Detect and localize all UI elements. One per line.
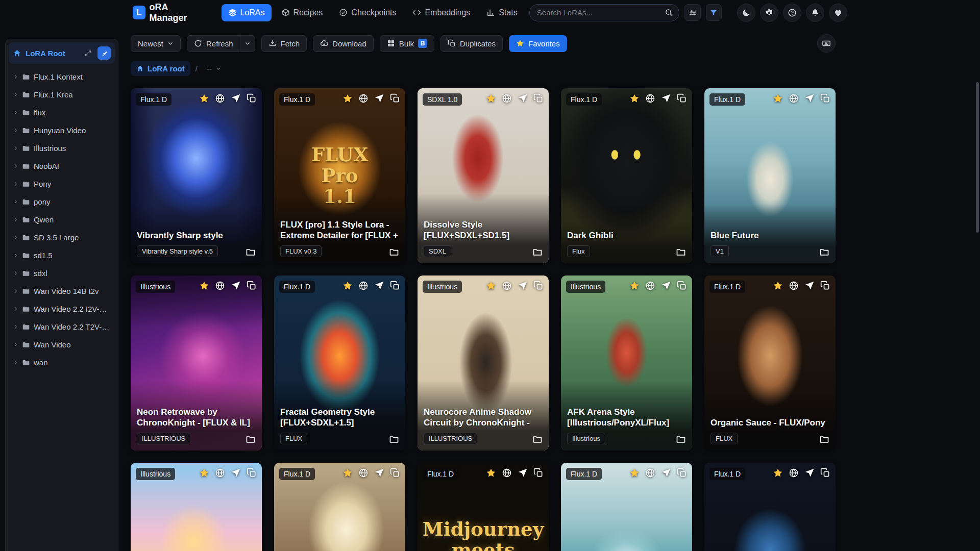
duplicates-button[interactable]: Duplicates	[440, 35, 503, 52]
theme-toggle-button[interactable]	[737, 4, 755, 22]
folder-icon[interactable]	[532, 434, 543, 444]
sidebar-folder-item[interactable]: SD 3.5 Large	[9, 229, 115, 246]
sidebar-folder-item[interactable]: Pony	[9, 175, 115, 193]
favorite-star-icon[interactable]	[773, 281, 783, 291]
filter-button[interactable]	[706, 4, 722, 21]
refresh-menu-button[interactable]	[240, 35, 255, 52]
send-icon[interactable]	[374, 281, 384, 291]
sidebar-folder-item[interactable]: wan	[9, 354, 115, 371]
chevron-right-icon[interactable]	[13, 74, 18, 80]
chevron-right-icon[interactable]	[13, 217, 18, 222]
chevron-right-icon[interactable]	[13, 92, 18, 97]
copy-icon[interactable]	[390, 281, 400, 291]
settings-button[interactable]	[760, 4, 778, 22]
sidebar-folder-item[interactable]: sd1.5	[9, 246, 115, 264]
nav-tab-embeddings[interactable]: Embeddings	[406, 4, 477, 21]
chevron-right-icon[interactable]	[13, 324, 18, 330]
send-icon[interactable]	[231, 468, 241, 478]
lora-root-header[interactable]: LoRA Root	[9, 42, 115, 64]
page-scrollbar[interactable]	[975, 25, 980, 551]
lora-card[interactable]: Flux.1 D Blue Future V1	[704, 88, 836, 263]
globe-icon[interactable]	[789, 281, 799, 291]
copy-icon[interactable]	[533, 468, 544, 478]
folder-icon[interactable]	[676, 434, 686, 444]
nav-tab-stats[interactable]: Stats	[480, 4, 524, 21]
lora-card[interactable]: Illustrious Neon Retrowave by ChronoKnig…	[131, 276, 262, 450]
chevron-right-icon[interactable]	[13, 270, 18, 276]
sidebar-folder-item[interactable]: Hunyuan Video	[9, 121, 115, 139]
folder-icon[interactable]	[389, 247, 399, 257]
copy-icon[interactable]	[247, 468, 257, 478]
folder-icon[interactable]	[819, 434, 829, 444]
globe-icon[interactable]	[502, 468, 512, 478]
folder-icon[interactable]	[389, 434, 399, 444]
chevron-right-icon[interactable]	[13, 199, 18, 205]
send-icon[interactable]	[661, 468, 671, 478]
folder-icon[interactable]	[532, 247, 543, 257]
favorite-star-icon[interactable]	[342, 93, 353, 104]
lora-card[interactable]: Flux.1 D Organic Sauce - FLUX/Pony FLUX	[704, 276, 836, 450]
lora-card[interactable]: Flux.1 D	[704, 463, 836, 551]
globe-icon[interactable]	[789, 468, 799, 478]
copy-icon[interactable]	[247, 281, 257, 291]
lora-card[interactable]: Flux.1 D Fractal Geometry Style [FLUX+SD…	[274, 276, 405, 450]
scrollbar-thumb[interactable]	[976, 82, 979, 233]
chevron-right-icon[interactable]	[13, 342, 18, 347]
sidebar-folder-item[interactable]: Wan Video 2.2 I2V-A14B	[9, 300, 115, 318]
favorite-star-icon[interactable]	[629, 468, 640, 478]
folder-icon[interactable]	[676, 247, 686, 257]
nav-tab-recipes[interactable]: Recipes	[275, 4, 330, 21]
favorite-star-icon[interactable]	[629, 281, 640, 291]
folder-icon[interactable]	[246, 247, 256, 257]
send-icon[interactable]	[804, 468, 815, 478]
favorites-heart-button[interactable]	[829, 4, 847, 22]
sidebar-folder-item[interactable]: flux	[9, 104, 115, 121]
send-icon[interactable]	[374, 468, 384, 478]
help-button[interactable]	[783, 4, 801, 22]
favorite-star-icon[interactable]	[342, 281, 353, 291]
globe-icon[interactable]	[215, 281, 225, 291]
send-icon[interactable]	[518, 468, 528, 478]
send-icon[interactable]	[518, 281, 528, 291]
globe-icon[interactable]	[789, 93, 799, 104]
lora-card[interactable]: FLUX Pro 1.1 Flux.1 D FLUX [pro] 1.1 Sty…	[274, 88, 405, 263]
search-input[interactable]	[529, 4, 679, 21]
lora-card[interactable]: SDXL 1.0 Dissolve Style [FLUX+SDXL+SD1.5…	[418, 88, 549, 263]
chevron-right-icon[interactable]	[13, 110, 18, 115]
copy-icon[interactable]	[390, 468, 400, 478]
copy-icon[interactable]	[677, 468, 687, 478]
send-icon[interactable]	[661, 281, 671, 291]
favorite-star-icon[interactable]	[486, 468, 496, 478]
copy-icon[interactable]	[820, 468, 830, 478]
bulk-button[interactable]: Bulk B	[380, 35, 434, 52]
send-icon[interactable]	[804, 93, 815, 104]
chevron-right-icon[interactable]	[13, 306, 18, 312]
copy-icon[interactable]	[677, 93, 687, 104]
favorite-star-icon[interactable]	[486, 93, 496, 104]
favorites-filter-button[interactable]: Favorites	[509, 35, 567, 52]
sidebar-folder-item[interactable]: Wan Video 14B t2v	[9, 282, 115, 300]
copy-icon[interactable]	[677, 281, 687, 291]
favorite-star-icon[interactable]	[199, 93, 209, 104]
collapse-tree-button[interactable]	[81, 46, 94, 60]
chevron-right-icon[interactable]	[13, 288, 18, 294]
globe-icon[interactable]	[358, 468, 369, 478]
send-icon[interactable]	[804, 281, 815, 291]
favorite-star-icon[interactable]	[629, 93, 640, 104]
chevron-right-icon[interactable]	[13, 163, 18, 169]
sidebar-folder-item[interactable]: Illustrious	[9, 139, 115, 157]
sort-select[interactable]: Newest	[131, 35, 181, 52]
folder-icon[interactable]	[246, 434, 256, 444]
globe-icon[interactable]	[645, 93, 655, 104]
lora-card[interactable]: Flux.1 D Vibrantly Sharp style Vibrantly…	[131, 88, 262, 263]
notifications-button[interactable]	[806, 4, 824, 22]
breadcrumb-current-dropdown[interactable]: --	[203, 62, 225, 76]
sidebar-folder-item[interactable]: Wan Video	[9, 336, 115, 354]
send-icon[interactable]	[518, 93, 528, 104]
copy-icon[interactable]	[390, 93, 400, 104]
favorite-star-icon[interactable]	[199, 281, 209, 291]
download-button[interactable]: Download	[313, 35, 374, 52]
sidebar-folder-item[interactable]: Flux.1 Krea	[9, 86, 115, 104]
sidebar-folder-item[interactable]: Qwen	[9, 211, 115, 229]
send-icon[interactable]	[231, 281, 241, 291]
